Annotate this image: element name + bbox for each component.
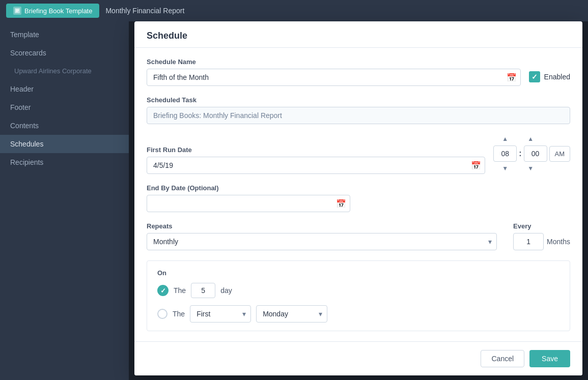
- sidebar-item-footer[interactable]: Footer: [0, 98, 129, 116]
- on-option1-prefix: The: [174, 286, 186, 295]
- sidebar-item-contents[interactable]: Contents: [0, 116, 129, 135]
- on-option1-checkmark: ✓: [160, 287, 166, 295]
- repeats-select[interactable]: Monthly Daily Weekly Yearly: [147, 233, 497, 250]
- tab-icon: [13, 7, 21, 15]
- modal-footer: Cancel Save: [134, 341, 582, 375]
- every-input-row: Months: [513, 233, 570, 250]
- hours-up-button[interactable]: ▲: [493, 134, 517, 143]
- hours-down-button[interactable]: ▼: [493, 164, 517, 173]
- every-unit: Months: [547, 238, 570, 246]
- every-label: Every: [513, 222, 570, 230]
- end-by-date-label: End By Date (Optional): [147, 184, 570, 192]
- end-by-date-input-wrapper: 📅: [147, 195, 350, 212]
- scheduled-task-input: [147, 107, 570, 124]
- main-layout: Template Scorecards Upward Airlines Corp…: [0, 21, 588, 380]
- tab-label: Briefing Book Template: [24, 7, 92, 15]
- on-option2-row: The First Second Third Fourth Last: [157, 305, 559, 323]
- schedule-name-input[interactable]: [147, 69, 521, 86]
- hours-input[interactable]: [493, 145, 517, 162]
- minutes-down-button[interactable]: ▼: [519, 164, 542, 173]
- sidebar-item-header[interactable]: Header: [0, 80, 129, 98]
- time-up-arrows: ▲ ▲: [493, 134, 570, 143]
- page-title: Monthly Financial Report: [105, 7, 184, 15]
- on-option1-row: ✓ The day: [157, 283, 559, 298]
- schedule-name-group: Schedule Name 📅: [147, 58, 521, 86]
- on-option2-radio[interactable]: [157, 309, 167, 319]
- modal-title: Schedule: [147, 31, 187, 41]
- time-inputs-row: : AM: [493, 145, 570, 162]
- time-picker: ▲ ▲ : AM ▼ ▼: [493, 134, 570, 173]
- calendar-icon-end-date[interactable]: 📅: [336, 199, 346, 209]
- schedule-name-label: Schedule Name: [147, 58, 521, 66]
- time-separator: :: [519, 149, 521, 158]
- position-select-wrapper: First Second Third Fourth Last: [190, 305, 251, 323]
- sidebar-item-scorecards[interactable]: Scorecards: [0, 44, 129, 62]
- day-select[interactable]: Monday Tuesday Wednesday Thursday Friday…: [256, 305, 327, 323]
- top-bar: Briefing Book Template Monthly Financial…: [0, 0, 588, 21]
- schedule-modal: Schedule Schedule Name 📅: [134, 21, 582, 375]
- on-option1-suffix: day: [220, 286, 232, 295]
- day-number-input[interactable]: [191, 283, 215, 298]
- every-group: Every Months: [513, 222, 570, 250]
- every-input[interactable]: [513, 233, 544, 250]
- position-select[interactable]: First Second Third Fourth Last: [190, 305, 251, 323]
- first-run-date-label: First Run Date: [147, 146, 485, 154]
- sidebar-item-template[interactable]: Template: [0, 25, 129, 44]
- repeats-group: Repeats Monthly Daily Weekly Yearly: [147, 222, 497, 250]
- modal-body: Schedule Name 📅 ✓ Enabled: [134, 48, 582, 341]
- first-run-date-input[interactable]: [147, 157, 485, 174]
- enabled-label: Enabled: [544, 73, 570, 81]
- main-content: Schedule Schedule Name 📅: [129, 21, 588, 380]
- repeats-every-row: Repeats Monthly Daily Weekly Yearly: [147, 222, 570, 250]
- first-run-date-group: First Run Date 📅: [147, 146, 485, 174]
- first-run-date-input-wrapper: 📅: [147, 157, 485, 174]
- sidebar-item-recipients[interactable]: Recipients: [0, 153, 129, 171]
- scheduled-task-label: Scheduled Task: [147, 96, 570, 104]
- scheduled-task-group: Scheduled Task: [147, 96, 570, 124]
- on-option2-prefix: The: [173, 310, 185, 318]
- schedule-name-row: Schedule Name 📅 ✓ Enabled: [147, 58, 570, 86]
- repeats-select-wrapper: Monthly Daily Weekly Yearly: [147, 233, 497, 250]
- first-run-date-row: First Run Date 📅 ▲ ▲: [147, 134, 570, 174]
- sidebar-item-upward-airlines[interactable]: Upward Airlines Corporate: [0, 62, 129, 80]
- sidebar-item-schedules[interactable]: Schedules: [0, 135, 129, 153]
- enabled-checkbox[interactable]: ✓: [529, 71, 540, 82]
- sidebar: Template Scorecards Upward Airlines Corp…: [0, 21, 129, 380]
- day-select-wrapper: Monday Tuesday Wednesday Thursday Friday…: [256, 305, 327, 323]
- time-down-arrows: ▼ ▼: [493, 164, 570, 173]
- save-button[interactable]: Save: [529, 350, 570, 367]
- modal-header: Schedule: [134, 21, 582, 48]
- checkmark-icon: ✓: [531, 73, 538, 81]
- modal-wrapper: Schedule Schedule Name 📅: [129, 21, 588, 380]
- end-by-date-group: End By Date (Optional) 📅: [147, 184, 570, 212]
- calendar-icon-schedule[interactable]: 📅: [507, 73, 517, 82]
- on-title: On: [157, 269, 559, 277]
- cancel-button[interactable]: Cancel: [481, 350, 524, 367]
- enabled-group: ✓ Enabled: [529, 58, 570, 82]
- end-by-date-input[interactable]: [147, 195, 350, 212]
- minutes-input[interactable]: [524, 145, 547, 162]
- minutes-up-button[interactable]: ▲: [519, 134, 542, 143]
- briefing-book-tab[interactable]: Briefing Book Template: [6, 4, 99, 18]
- ampm-button[interactable]: AM: [549, 146, 571, 162]
- schedule-name-input-wrapper: 📅: [147, 69, 521, 86]
- on-section: On ✓ The day Th: [147, 260, 570, 331]
- calendar-icon-first-run[interactable]: 📅: [471, 161, 481, 170]
- repeats-label: Repeats: [147, 222, 497, 230]
- enabled-checkbox-group: ✓ Enabled: [529, 71, 570, 82]
- on-option1-radio[interactable]: ✓: [157, 285, 169, 296]
